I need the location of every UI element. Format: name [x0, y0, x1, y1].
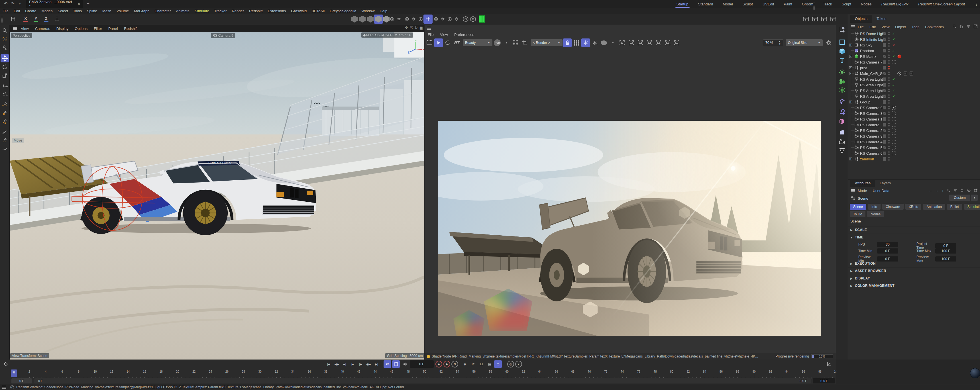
- menu-mograph[interactable]: MoGraph: [131, 9, 152, 13]
- rgb-channel-button[interactable]: RGB: [493, 38, 501, 47]
- camera-pick-icon[interactable]: [891, 60, 896, 64]
- layer-icon[interactable]: [883, 72, 886, 75]
- text-spline-button[interactable]: [837, 56, 846, 65]
- sound-button[interactable]: [401, 360, 409, 368]
- attr-chip-scene[interactable]: Scene: [850, 204, 866, 210]
- layer-icon[interactable]: [883, 157, 886, 161]
- renderview-menu-icon[interactable]: [427, 26, 431, 30]
- layer-icon[interactable]: [883, 134, 886, 138]
- measure-tool[interactable]: [0, 127, 9, 136]
- image-button[interactable]: [645, 38, 654, 47]
- grid-button[interactable]: [572, 38, 581, 47]
- menu-modes[interactable]: Modes: [39, 9, 55, 13]
- image-add-button[interactable]: [654, 38, 663, 47]
- material-tag[interactable]: [897, 54, 902, 59]
- cloner-button[interactable]: [837, 68, 846, 77]
- menu-window[interactable]: Window: [359, 9, 377, 13]
- object-tags[interactable]: [897, 71, 913, 76]
- objects-menu-object[interactable]: Object: [892, 25, 909, 29]
- grid-lock-button[interactable]: [423, 14, 433, 24]
- renderview-menu-view[interactable]: View: [437, 32, 451, 37]
- visibility-dots[interactable]: [888, 94, 890, 99]
- objects-menu-file[interactable]: File: [855, 25, 867, 29]
- expand-icon[interactable]: +: [849, 55, 852, 58]
- render-settings-button[interactable]: [819, 14, 829, 24]
- mograph-cubes-button[interactable]: [837, 77, 846, 86]
- enabled-check-icon[interactable]: ✓: [891, 54, 896, 59]
- camera-pick-icon[interactable]: [891, 117, 896, 121]
- spline-pen-tool[interactable]: [0, 100, 9, 108]
- pen-dash-tool[interactable]: [0, 136, 9, 145]
- field-value[interactable]: 100 F: [935, 256, 956, 261]
- visibility-dots[interactable]: [888, 129, 890, 133]
- visibility-dots[interactable]: [888, 151, 890, 156]
- restart-render-button[interactable]: [444, 38, 452, 47]
- menu-spline[interactable]: Spline: [84, 9, 100, 13]
- objects-tab-objects[interactable]: Objects: [850, 15, 872, 23]
- renderview-menu-preferences[interactable]: Preferences: [451, 32, 477, 37]
- section-time[interactable]: ▼TIME: [848, 234, 980, 241]
- menu-tracker[interactable]: Tracker: [212, 9, 229, 13]
- menu-greyscalegorilla[interactable]: Greyscalegorilla: [327, 9, 359, 13]
- clipboard-button[interactable]: [392, 360, 400, 368]
- section-asset-browser[interactable]: ▶ASSET BROWSER: [848, 267, 980, 274]
- object-row[interactable]: +RS Sky✕: [848, 42, 980, 48]
- camera-pick-icon[interactable]: [891, 134, 896, 138]
- objects-filter-icon[interactable]: [966, 24, 970, 29]
- color-swatch-button[interactable]: [600, 38, 608, 47]
- symmetry-button[interactable]: [837, 117, 846, 126]
- layout-tabs-more-icon[interactable]: ⋮: [975, 0, 978, 8]
- object-row[interactable]: RS Camera.2: [848, 127, 980, 133]
- menu-graswald[interactable]: Graswald: [288, 9, 309, 13]
- renderview-settings-button[interactable]: [824, 38, 833, 47]
- assistant-button[interactable]: [970, 368, 980, 378]
- layer-icon[interactable]: [883, 95, 886, 98]
- range-bar[interactable]: 0 F100 F: [34, 378, 811, 384]
- layer-icon[interactable]: [883, 140, 886, 143]
- object-row[interactable]: RS Camera.6: [848, 150, 980, 156]
- object-row[interactable]: +RS Matrix✓: [848, 54, 980, 59]
- section-display[interactable]: ▶DISPLAY: [848, 275, 980, 282]
- visibility-dots[interactable]: [888, 72, 890, 76]
- attr-chip-to-do[interactable]: To Do: [850, 211, 865, 217]
- rotate-tool[interactable]: [0, 63, 9, 71]
- play-button[interactable]: ▶: [349, 360, 356, 368]
- object-row[interactable]: Random✓: [848, 48, 980, 54]
- visibility-dots[interactable]: [888, 117, 890, 122]
- light-object-button[interactable]: [837, 146, 846, 155]
- objects-panel-icon[interactable]: [974, 24, 978, 29]
- objects-home-icon[interactable]: [959, 24, 964, 29]
- layout-tab-groom[interactable]: Groom: [802, 0, 813, 8]
- aov-dropdown[interactable]: Beauty▼: [463, 39, 492, 46]
- object-row[interactable]: RS Camera.4: [848, 139, 980, 145]
- axis-lock-x[interactable]: X: [21, 14, 30, 24]
- layer-icon[interactable]: [883, 106, 886, 110]
- axis-lock-z[interactable]: Z: [41, 14, 51, 24]
- zoom-view-icon[interactable]: ⇱: [410, 25, 413, 30]
- field-value[interactable]: 0 F: [877, 248, 898, 253]
- current-frame-field[interactable]: 0 F: [410, 360, 434, 368]
- null-object-button[interactable]: [837, 25, 846, 34]
- objects-menu-tags[interactable]: Tags: [909, 25, 922, 29]
- layer-icon[interactable]: [883, 78, 886, 81]
- visibility-dots[interactable]: [888, 111, 890, 116]
- attr-target-icon[interactable]: [967, 188, 971, 193]
- viewport-menu-redshift[interactable]: Redshift: [121, 27, 141, 31]
- environment-button[interactable]: [837, 128, 846, 137]
- visibility-dots[interactable]: [888, 83, 890, 88]
- objects-menu-icon[interactable]: [851, 25, 855, 29]
- search-tool[interactable]: [0, 26, 9, 35]
- camera-dropdown[interactable]: < Render >▼: [531, 39, 563, 46]
- cube-3d-button[interactable]: [837, 47, 846, 56]
- visibility-dots[interactable]: [888, 77, 890, 82]
- visibility-dots[interactable]: [888, 60, 890, 65]
- attr-chip-cineware[interactable]: Cineware: [882, 204, 904, 210]
- object-row[interactable]: +pilot: [848, 65, 980, 71]
- autokey-button[interactable]: A: [444, 361, 450, 368]
- document-tab[interactable]: BMW Zanvoo..._0006.c4d *✕: [26, 0, 83, 8]
- hex-axis-button[interactable]: [468, 14, 477, 24]
- object-row[interactable]: RS Area Light.3✓: [848, 76, 980, 82]
- custom-dropdown-arrow[interactable]: ▼: [971, 194, 978, 201]
- status-menu-icon[interactable]: [2, 385, 6, 389]
- viewport-menu-icon[interactable]: [13, 27, 17, 30]
